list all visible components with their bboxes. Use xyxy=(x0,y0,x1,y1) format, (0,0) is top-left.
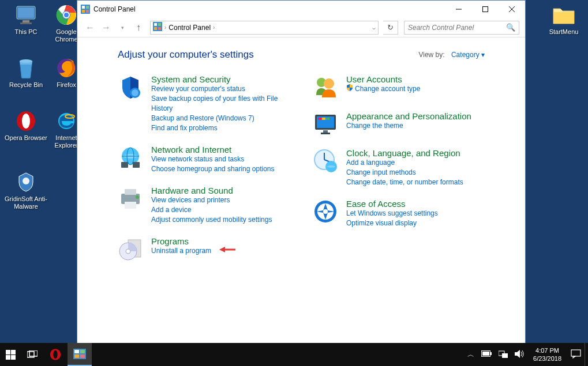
taskbar-clock[interactable]: 4:07 PM 6/23/2018 xyxy=(527,346,567,363)
desktop-icon-startmenu[interactable]: StartMenu xyxy=(542,3,585,36)
category-link[interactable]: Change date, time, or number formats xyxy=(346,178,485,187)
action-center-icon[interactable] xyxy=(567,349,585,360)
svg-rect-24 xyxy=(154,23,157,26)
page-heading: Adjust your computer's settings xyxy=(118,49,418,61)
svg-point-7 xyxy=(20,59,32,63)
opera-icon xyxy=(14,110,38,133)
category-title[interactable]: Network and Internet xyxy=(151,145,290,154)
category-link[interactable]: Change account type xyxy=(346,84,485,94)
svg-rect-3 xyxy=(20,22,32,24)
gridinsoft-icon xyxy=(14,171,38,194)
svg-rect-60 xyxy=(6,350,10,354)
category-title[interactable]: User Accounts xyxy=(346,74,485,84)
chevron-right-icon[interactable]: › xyxy=(213,24,215,31)
taskbar-opera[interactable] xyxy=(43,343,68,366)
viewby-dropdown[interactable]: Category ▾ xyxy=(451,51,485,59)
taskbar-control-panel[interactable] xyxy=(68,343,92,366)
svg-rect-52 xyxy=(321,133,330,134)
tray-chevron-up-icon[interactable]: ︿ xyxy=(464,350,478,360)
address-bar[interactable]: › Control Panel › ⌵ xyxy=(150,21,379,35)
viewby-label: View by: xyxy=(418,51,444,59)
svg-rect-63 xyxy=(11,355,16,360)
maximize-button[interactable] xyxy=(472,1,499,18)
desktop-icon-opera[interactable]: Opera Browser xyxy=(5,110,47,142)
show-desktop-button[interactable] xyxy=(585,343,588,366)
search-input[interactable] xyxy=(408,24,506,32)
chrome-icon xyxy=(55,3,78,27)
category-title[interactable]: Clock, Language, and Region xyxy=(346,148,485,158)
system-tray: ︿ 4:07 PM 6/23/2018 xyxy=(464,343,588,366)
svg-point-67 xyxy=(53,350,57,359)
category-title[interactable]: Appearance and Personalization xyxy=(346,111,485,121)
svg-rect-33 xyxy=(121,162,128,168)
category-title[interactable]: Ease of Access xyxy=(346,199,485,209)
category-link[interactable]: View network status and tasks xyxy=(151,154,290,164)
svg-rect-71 xyxy=(74,354,79,358)
category-link[interactable]: Add a device xyxy=(151,205,290,215)
svg-rect-34 xyxy=(133,162,140,168)
back-button[interactable]: ← xyxy=(83,21,97,35)
desktop-icon-recycle-bin[interactable]: Recycle Bin xyxy=(5,56,47,89)
clock-globe-icon xyxy=(313,148,338,173)
tray-volume-icon[interactable] xyxy=(511,350,527,360)
breadcrumb-text[interactable]: Control Panel xyxy=(168,24,211,32)
close-button[interactable] xyxy=(499,1,525,18)
category-link[interactable]: Save backup copies of your files with Fi… xyxy=(151,94,290,114)
svg-rect-70 xyxy=(80,350,85,353)
tray-battery-icon[interactable] xyxy=(478,350,495,359)
start-button[interactable] xyxy=(0,343,21,366)
category-title[interactable]: Programs xyxy=(151,236,290,246)
search-box[interactable]: 🔍 xyxy=(404,21,519,35)
category-hardware-sound: Hardware and Sound View devices and prin… xyxy=(118,186,290,225)
category-link[interactable]: Change input methods xyxy=(346,168,485,178)
svg-rect-77 xyxy=(502,353,508,358)
chevron-right-icon[interactable]: › xyxy=(164,24,166,31)
category-link[interactable]: Choose homegroup and sharing options xyxy=(151,164,290,174)
category-link-uninstall[interactable]: Uninstall a program xyxy=(151,246,290,256)
svg-rect-27 xyxy=(158,27,161,30)
tray-network-icon[interactable] xyxy=(495,350,511,360)
desktop-icon-gridinsoft[interactable]: GridinSoft Anti-Malware xyxy=(5,171,47,210)
address-dropdown-icon[interactable]: ⌵ xyxy=(372,24,376,31)
task-view-button[interactable] xyxy=(21,343,43,366)
recent-locations-button[interactable]: ▾ xyxy=(115,21,129,35)
desktop-icon-label: Opera Browser xyxy=(5,134,47,142)
category-link[interactable]: Adjust commonly used mobility settings xyxy=(151,215,290,225)
svg-marker-78 xyxy=(515,350,520,358)
category-appearance: Appearance and Personalization Change th… xyxy=(313,111,485,137)
up-button[interactable]: ↑ xyxy=(132,21,145,35)
svg-rect-17 xyxy=(82,10,85,13)
refresh-button[interactable]: ↻ xyxy=(383,21,398,35)
category-link[interactable]: Let Windows suggest settings xyxy=(346,209,485,218)
category-link[interactable]: Find and fix problems xyxy=(151,123,290,133)
titlebar[interactable]: Control Panel xyxy=(77,1,525,18)
category-link[interactable]: Review your computer's status xyxy=(151,84,290,94)
svg-rect-36 xyxy=(125,189,136,195)
forward-button[interactable]: → xyxy=(99,21,113,35)
minimize-button[interactable] xyxy=(445,1,472,18)
category-link[interactable]: Add a language xyxy=(346,158,485,168)
category-link[interactable]: Change the theme xyxy=(346,121,485,131)
category-title[interactable]: Hardware and Sound xyxy=(151,186,290,195)
svg-rect-69 xyxy=(74,350,79,353)
svg-point-45 xyxy=(324,78,334,89)
svg-rect-75 xyxy=(482,352,489,356)
globe-network-icon xyxy=(118,145,143,170)
clock-date: 6/23/2018 xyxy=(533,354,561,363)
monitor-icon xyxy=(313,111,338,137)
svg-rect-18 xyxy=(86,10,89,13)
category-link[interactable]: Backup and Restore (Windows 7) xyxy=(151,114,290,123)
category-title[interactable]: System and Security xyxy=(151,74,290,84)
svg-rect-16 xyxy=(86,6,89,9)
svg-marker-80 xyxy=(573,356,575,358)
folder-icon xyxy=(552,3,575,27)
category-link[interactable]: Optimize visual display xyxy=(346,218,485,228)
category-clock-language: Clock, Language, and Region Add a langua… xyxy=(313,148,485,187)
search-icon[interactable]: 🔍 xyxy=(506,23,515,32)
category-link[interactable]: View devices and printers xyxy=(151,195,290,205)
printer-icon xyxy=(118,186,143,211)
svg-rect-25 xyxy=(158,23,161,26)
red-arrow-annotation xyxy=(219,246,235,256)
svg-rect-26 xyxy=(154,27,157,30)
desktop-icon-this-pc[interactable]: This PC xyxy=(5,3,47,36)
